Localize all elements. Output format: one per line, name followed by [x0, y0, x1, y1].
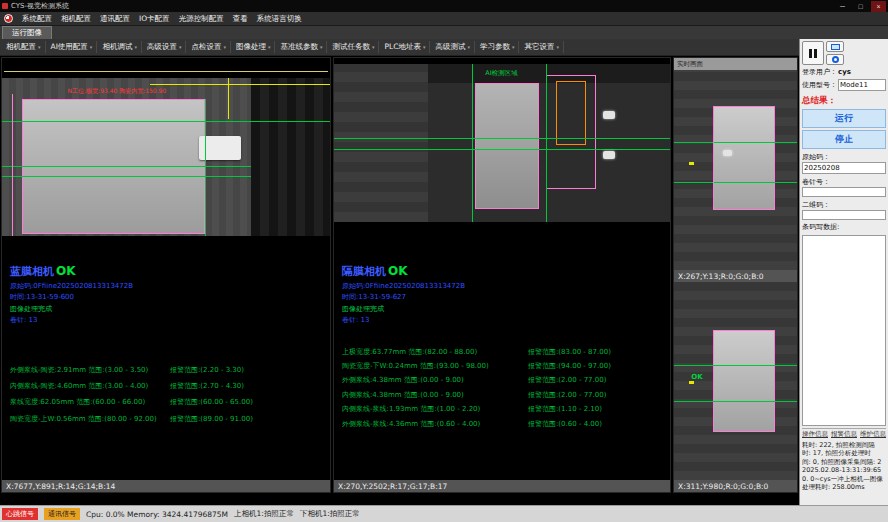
overlay-ai-rect [556, 81, 586, 144]
image-machine-block [334, 64, 428, 222]
tool-camera-config[interactable]: 相机配置 [2, 41, 46, 53]
tool-baseline-params[interactable]: 基准线参数 [276, 41, 327, 53]
alarm-range-text: 报警范围:(94.00 - 97.00) [528, 362, 664, 371]
model-row: 使用型号： Mode11 [802, 79, 886, 91]
camera-name: 隔膜相机 [342, 265, 386, 278]
measurement-text: 内侧浆线:4.38mm 范围:(0.00 - 9.00) [342, 391, 528, 400]
measurement-text: 浆线宽度:62.05mm 范围:(60.00 - 66.00) [10, 398, 170, 407]
alarm-range-text: 报警范围:(2.20 - 3.30) [170, 366, 324, 375]
app-icon [2, 3, 8, 9]
result-line: 隔膜相机OK [342, 263, 664, 280]
menu-comm-config[interactable]: 通讯配置 [100, 14, 130, 24]
menu-view[interactable]: 查看 [233, 14, 248, 24]
menu-io-config[interactable]: IO卡配置 [139, 14, 170, 24]
menu-light-config[interactable]: 光源控制配置 [179, 14, 224, 24]
middle-camera-panel: AI检测区域 隔膜相机OK 原始码:0Ffiine202502081331347… [333, 57, 671, 493]
bottom-thumbnail-image[interactable]: OK [674, 282, 797, 480]
title-bar: CYS-视觉检测系统 ─ □ × [0, 0, 888, 12]
time-line: 时间:13-31-59-600 [10, 293, 324, 302]
stop-button[interactable]: 停止 [802, 130, 886, 149]
upper-camera-status: 上相机1:拍照正常 [234, 509, 294, 519]
comm-badge: 通讯信号 [44, 508, 80, 520]
measurement-text: 内侧浆线-陶瓷:4.60mm 范围:(3.00 - 4.00) [10, 382, 170, 391]
run-button[interactable]: 运行 [802, 109, 886, 128]
top-thumbnail-image[interactable] [674, 70, 797, 270]
tool-ai-config[interactable]: AI使用配置 [47, 41, 98, 53]
tool-camera-debug[interactable]: 相机调试 [98, 41, 142, 53]
middle-readout: 隔膜相机OK 原始码:0Ffiine2025020813313472B 时间:1… [334, 222, 670, 480]
qr-code-field[interactable] [802, 210, 886, 220]
window-title: CYS-视觉检测系统 [11, 1, 69, 11]
measurement-row: 内侧浆线:4.38mm 范围:(0.00 - 9.00) 报警范围:(2.00 … [342, 391, 664, 400]
barcode-write-label: 条码写数据: [802, 222, 886, 232]
menu-language-switch[interactable]: 系统语言切换 [257, 14, 302, 24]
time-line: 时间:13-31-59-627 [342, 293, 664, 302]
pause-icon [809, 49, 817, 58]
image-highlight [603, 111, 615, 119]
tool-test-tasks[interactable]: 测试任务数 [328, 41, 379, 53]
overlay-measure-label: N工位:极宽:93.40 陶瓷内宽:150.90 [68, 87, 167, 96]
tool-plc-address[interactable]: PLC地址表 [380, 41, 430, 53]
model-label: 使用型号： [802, 80, 837, 90]
tool-learning-params[interactable]: 学习参数 [476, 41, 520, 53]
image-highlight [603, 151, 615, 159]
alarm-range-text: 报警范围:(83.00 - 87.00) [528, 348, 664, 357]
result-ok: OK [388, 264, 408, 278]
model-field[interactable]: Mode11 [838, 79, 886, 91]
overlay-hline [674, 182, 797, 183]
left-coordinate-bar: X:7677,Y:891;R:14;G:14;B:14 [2, 480, 330, 492]
sidebar-top-buttons [802, 41, 886, 65]
overlay-product-rect [713, 330, 775, 433]
tool-spot-check[interactable]: 点检设置 [187, 41, 231, 53]
tab-run-image[interactable]: 运行图像 [2, 26, 52, 39]
barcode-line: 原始码:0Ffiine2025020813313472B [10, 282, 324, 291]
camera-panels: N工位:极宽:93.40 陶瓷内宽:150.90 蓝膜相机OK 原始码:0Ffi… [0, 56, 799, 505]
alarm-range-text: 报警范围:(1.10 - 2.10) [528, 405, 664, 414]
tool-image-processing[interactable]: 图像处理 [232, 41, 276, 53]
body: 相机配置 AI使用配置 相机调试 高级设置 点检设置 图像处理 基准线参数 测试… [0, 39, 888, 505]
process-done-line: 图像处理完成 [342, 305, 664, 314]
cpu-memory-status: Cpu: 0.0% Memory: 3424.41796875M [86, 510, 228, 519]
alarm-range-text: 报警范围:(89.00 - 91.00) [170, 415, 324, 424]
alarm-range-text: 报警范围:(2.70 - 4.30) [170, 382, 324, 391]
thumbnail-column: 实时画面 X:267;Y:13;R:0;G:0;B:0 [673, 57, 798, 493]
pin-number-field[interactable] [802, 187, 886, 197]
pause-button[interactable] [802, 41, 824, 65]
overlay-marker [689, 381, 694, 384]
middle-camera-image[interactable]: AI检测区域 [334, 64, 670, 222]
main-content: 相机配置 AI使用配置 相机调试 高级设置 点检设置 图像处理 基准线参数 测试… [0, 39, 799, 505]
middle-coordinate-bar: X:270,Y:2502;R:17;G:17;B:17 [334, 480, 670, 492]
overlay-product-rect [713, 106, 775, 210]
tool-advanced-test[interactable]: 高级测试 [431, 41, 475, 53]
measurement-text: 外侧浆线-浆线:4.36mm 范围:(0.60 - 4.00) [342, 420, 528, 429]
tool-advanced-settings[interactable]: 高级设置 [143, 41, 187, 53]
pin-field-group: 卷针号： [802, 177, 886, 197]
measurement-row: 外侧浆线-浆线:4.36mm 范围:(0.60 - 4.00) 报警范围:(0.… [342, 420, 664, 429]
barcode-data-list[interactable] [802, 235, 886, 426]
overlay-hline [674, 401, 797, 402]
measurement-list: 上极宽度:63.77mm 范围:(82.00 - 88.00) 报警范围:(83… [342, 348, 664, 430]
overlay-hline [674, 142, 797, 143]
result-line: 蓝膜相机OK [10, 263, 324, 280]
monitor-button[interactable] [826, 41, 844, 52]
tab-alarm-info[interactable]: 报警信息 [831, 430, 857, 439]
overlay-hline [2, 121, 330, 122]
menu-system-config[interactable]: 系统配置 [22, 14, 52, 24]
maximize-button[interactable]: □ [853, 1, 868, 12]
top-thumbnail-coordinate-bar: X:267;Y:13;R:0;G:0;B:0 [674, 270, 797, 282]
info-tabs: 操作信息 报警信息 维护信息 [802, 428, 886, 439]
settings-button[interactable] [826, 54, 844, 65]
thumbnail-header: 实时画面 [674, 58, 797, 70]
left-camera-image[interactable]: N工位:极宽:93.40 陶瓷内宽:150.90 [2, 78, 330, 236]
close-button[interactable]: × [871, 1, 886, 12]
barcode-field[interactable]: 20250208 [802, 162, 886, 174]
minimize-button[interactable]: ─ [835, 1, 850, 12]
overlay-hline [2, 176, 251, 177]
overlay-hline [150, 84, 330, 85]
menu-camera-config[interactable]: 相机配置 [61, 14, 91, 24]
overlay-hline [334, 138, 670, 139]
tool-other-settings[interactable]: 其它设置 [520, 41, 564, 53]
tab-maintenance-info[interactable]: 维护信息 [860, 430, 886, 439]
barcode-line: 原始码:0Ffiine2025020813313472B [342, 282, 664, 291]
tab-operation-info[interactable]: 操作信息 [802, 430, 828, 439]
